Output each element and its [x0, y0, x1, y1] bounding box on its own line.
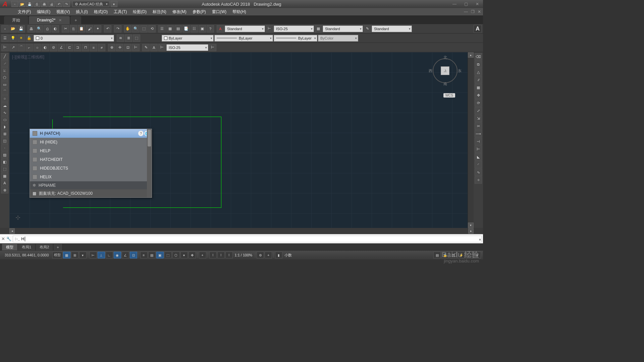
preview-icon[interactable]: 🔍 [36, 25, 43, 33]
centermark-icon[interactable]: ✛ [116, 44, 123, 51]
plot2-icon[interactable]: 🖶 [28, 25, 35, 33]
print-icon[interactable]: 🖨 [48, 1, 55, 7]
close-icon[interactable]: ✕ [59, 18, 62, 22]
otrack-toggle[interactable]: ∠ [122, 252, 129, 258]
dimaligned-icon[interactable]: ↗ [9, 44, 17, 51]
3ddwf-icon[interactable]: ◐ [52, 25, 59, 33]
menu-draw[interactable]: 绘图(D) [130, 8, 149, 15]
saveas-icon[interactable]: ⎙ [34, 1, 40, 7]
lockui-icon[interactable]: 🔒 [441, 252, 449, 258]
hatch-icon[interactable]: ▨ [1, 152, 8, 158]
annomonitor-toggle[interactable]: + [199, 252, 206, 258]
redo-icon[interactable]: ↷ [63, 1, 70, 7]
pan-icon[interactable]: ✋ [124, 25, 131, 33]
plotstyle-dropdown[interactable]: ByColor [318, 35, 358, 42]
new-tab-button[interactable]: ＋ [70, 16, 81, 24]
dimarc-icon[interactable]: ⌒ [17, 44, 25, 51]
ac-item-helix[interactable]: HELIX [30, 173, 152, 181]
qat-dropdown-icon[interactable]: ▾ [111, 1, 117, 7]
publish-icon[interactable]: ⎙ [44, 25, 51, 33]
cmdline-history-icon[interactable]: ▴ [479, 237, 481, 241]
selcycle-toggle[interactable]: ▣ [156, 252, 164, 258]
help-qmark-icon[interactable]: ? [138, 131, 144, 136]
ac-scrollbar[interactable] [147, 129, 152, 197]
ac-sysvar-row[interactable]: ✲HPNAME+ [30, 181, 152, 189]
matchprop-icon[interactable]: 🖌 [86, 25, 93, 33]
osnap-toggle[interactable]: ⊡ [130, 252, 137, 258]
menu-view[interactable]: 视图(V) [54, 8, 72, 15]
drawing-canvas[interactable]: [-][俯视][二维线框] ⊹ 上 北 南 东 西 WCS ▴ ▾ H (HAT… [9, 52, 474, 228]
zoomwin-icon[interactable]: ⬚ [140, 25, 148, 33]
table-icon[interactable]: ▦ [1, 173, 8, 179]
zoom-display[interactable]: 1:1 / 100% [233, 253, 254, 257]
save2-icon[interactable]: 💾 [17, 25, 25, 33]
dimradius-icon[interactable]: ○ [34, 44, 41, 51]
tablestyle-icon[interactable]: ▦ [315, 25, 322, 33]
menu-dimension[interactable]: 标注(N) [150, 8, 169, 15]
customize-icon[interactable]: ≡ [474, 252, 481, 258]
hardware-accel-icon[interactable]: ⚡ [458, 252, 465, 258]
chamfer-icon[interactable]: ◣ [475, 153, 482, 161]
layer-on-icon[interactable]: 💡 [9, 35, 17, 42]
line-icon[interactable]: ╱ [1, 53, 8, 60]
layer-lock-icon[interactable]: 🔓 [25, 35, 33, 42]
markup-icon[interactable]: ☷ [191, 25, 198, 33]
copy2-icon[interactable]: ⧉ [475, 61, 482, 68]
point-icon[interactable]: · [1, 144, 8, 151]
blend-icon[interactable]: ∿ [475, 169, 482, 176]
arc-icon[interactable]: ⌒ [1, 88, 8, 95]
scroll-left-icon[interactable]: ◂ [9, 228, 15, 234]
dimbreak-icon[interactable]: ≠ [98, 44, 105, 51]
horizontal-scrollbar[interactable]: ◂ ▸ [0, 228, 483, 234]
join-icon[interactable]: ⊢ [475, 145, 482, 153]
compass-east[interactable]: 东 [458, 68, 462, 73]
rectangle-icon[interactable]: ▭ [1, 81, 8, 88]
layerp-icon[interactable]: ≋ [117, 35, 124, 42]
undo2-icon[interactable]: ↶ [104, 25, 111, 33]
dimjogged-icon[interactable]: ◐ [42, 44, 49, 51]
explode-icon[interactable]: ✧ [475, 176, 482, 184]
app-logo-icon[interactable]: A [0, 0, 10, 8]
dimstyle-dropdown[interactable]: ISO-25 [274, 25, 314, 32]
maximize-button[interactable]: ▢ [460, 0, 472, 8]
ac-item-hatch[interactable]: H (HATCH) ?🌐 [30, 129, 152, 138]
cut-icon[interactable]: ✂ [62, 25, 69, 33]
rotate-icon[interactable]: ⟳ [475, 99, 482, 107]
menu-window[interactable]: 窗口(W) [209, 8, 229, 15]
selfilter-toggle[interactable]: ▾ [180, 252, 188, 258]
menu-tools[interactable]: 工具(T) [111, 8, 129, 15]
polygon-icon[interactable]: ⬠ [1, 74, 8, 81]
compass-west[interactable]: 西 [429, 68, 432, 73]
diminspect-icon[interactable]: ⊡ [124, 44, 131, 51]
revcloud-icon[interactable]: ☁ [1, 102, 8, 109]
blockeditor-icon[interactable]: ✦ [94, 25, 101, 33]
ac-item-hatchedit[interactable]: HATCHEDIT [30, 155, 152, 164]
ac-item-hideobjects[interactable]: HIDEOBJECTS [30, 164, 152, 173]
mtext-icon[interactable]: A [1, 180, 8, 186]
coordinates-display[interactable]: 310.5311, 88.4461, 0.0000 [2, 253, 52, 257]
layout-tab-2[interactable]: 布局2 [36, 244, 53, 250]
layer-freeze-icon[interactable]: ☀ [17, 35, 25, 42]
minimize-button[interactable]: — [449, 0, 460, 8]
laymcur-icon[interactable]: ≣ [125, 35, 132, 42]
dimedit-icon[interactable]: ✎ [142, 44, 150, 51]
open2-icon[interactable]: 📂 [9, 25, 17, 33]
ortho-toggle[interactable]: ⊥ [98, 252, 105, 258]
zoomprev-icon[interactable]: ⟲ [148, 25, 156, 33]
ellipse-icon[interactable]: ⬭ [1, 116, 8, 123]
ac-item-help[interactable]: HELP [30, 146, 152, 155]
vertical-scrollbar[interactable]: ▴ ▾ [468, 52, 474, 228]
fillet-icon[interactable]: ◜ [475, 161, 482, 168]
menu-file[interactable]: 文件(F) [15, 8, 34, 15]
menu-insert[interactable]: 插入(I) [73, 8, 90, 15]
dimdiameter-icon[interactable]: ⊘ [50, 44, 57, 51]
dimstyle-icon[interactable]: ⊢ [266, 25, 273, 33]
polar-toggle[interactable]: ∟ [106, 252, 113, 258]
block-icon[interactable]: ◫ [1, 137, 8, 144]
undo-icon[interactable]: ↶ [56, 1, 62, 7]
annoauto-icon[interactable]: ⟟ [225, 252, 233, 258]
offset-icon[interactable]: ⫽ [475, 76, 482, 83]
snap-toggle[interactable]: ⊞ [71, 252, 78, 258]
menu-modify[interactable]: 修改(M) [170, 8, 189, 15]
insert-icon[interactable]: ⊞ [1, 130, 8, 137]
